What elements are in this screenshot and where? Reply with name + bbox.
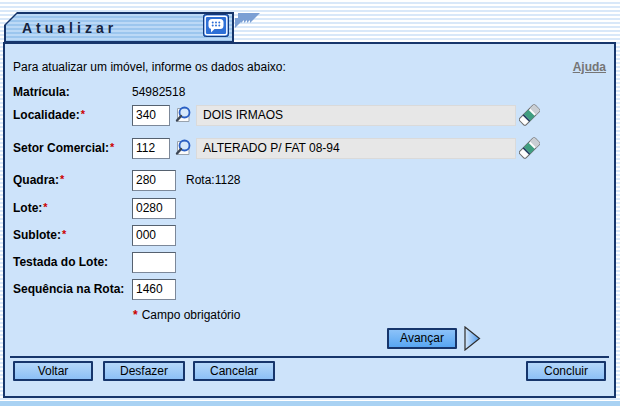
field-row-sublote: Sublote:* [13,224,606,246]
desfazer-button[interactable]: Desfazer [103,361,185,381]
localidade-description-field: DOIS IRMAOS [196,105,516,126]
required-asterisk: * [60,173,64,185]
setor-comercial-description-field: ALTERADO P/ FAT 08-94 [196,138,516,159]
eraser-icon[interactable] [519,103,540,127]
window-title-bar: Atualizar [4,12,234,43]
required-asterisk: * [62,228,66,240]
field-row-matricula: Matrícula: 54982518 [13,81,606,103]
setor-comercial-code-input[interactable] [132,138,170,159]
chat-bubble-icon[interactable] [203,14,229,37]
required-asterisk: * [133,308,138,322]
field-row-sequencia: Sequência na Rota: [13,278,606,300]
required-asterisk: * [110,141,114,153]
eraser-icon[interactable] [519,136,540,160]
cancelar-button[interactable]: Cancelar [193,361,275,381]
required-note-row: *Campo obrigatório [13,304,606,326]
field-row-localidade: Localidade:* DOIS IRMAOS [13,104,606,126]
form-panel: Para atualizar um imóvel, informe os dad… [3,42,616,398]
testada-input[interactable] [132,252,176,273]
field-row-testada: Testada do Lote: [13,251,606,273]
bottom-border-band [0,401,620,406]
arrow-right-icon[interactable] [464,326,481,351]
setor-comercial-label: Setor Comercial:* [13,141,126,155]
rota-value: Rota:1128 [186,173,241,187]
advance-row: Avançar [13,325,606,351]
testada-label: Testada do Lote: [13,255,126,269]
localidade-code-input[interactable] [132,105,170,126]
concluir-button[interactable]: Concluir [526,361,606,381]
localidade-label: Localidade:* [13,108,126,122]
voltar-button[interactable]: Voltar [13,361,93,381]
quadra-input[interactable] [132,170,176,191]
sequencia-label: Sequência na Rota: [13,282,126,296]
page-title: Atualizar [22,20,117,36]
intro-text: Para atualizar um imóvel, informe os dad… [13,60,286,74]
required-asterisk: * [81,108,85,120]
field-row-lote: Lote:* [13,197,606,219]
tab-bar: Localidade Endereço Cliente Subcategoria… [235,13,250,53]
sequencia-input[interactable] [132,279,176,300]
lote-label: Lote:* [13,201,126,215]
lote-input[interactable] [132,198,176,219]
magnifier-icon[interactable] [173,138,193,158]
matricula-label: Matrícula: [13,85,126,99]
magnifier-icon[interactable] [173,105,193,125]
required-asterisk: * [43,201,47,213]
sublote-label: Sublote:* [13,228,126,242]
intro-row: Para atualizar um imóvel, informe os dad… [13,56,606,78]
sublote-input[interactable] [132,225,176,246]
required-note-text: Campo obrigatório [142,308,241,322]
footer-button-row: Voltar Desfazer Cancelar Concluir [13,361,606,381]
field-row-setor-comercial: Setor Comercial:* ALTERADO P/ FAT 08-94 [13,137,606,159]
help-link[interactable]: Ajuda [573,60,606,74]
field-row-quadra: Quadra:* Rota:1128 [13,169,606,191]
avancar-button[interactable]: Avançar [387,328,457,349]
footer-divider [10,356,609,358]
matricula-value: 54982518 [132,85,185,99]
quadra-label: Quadra:* [13,173,126,187]
